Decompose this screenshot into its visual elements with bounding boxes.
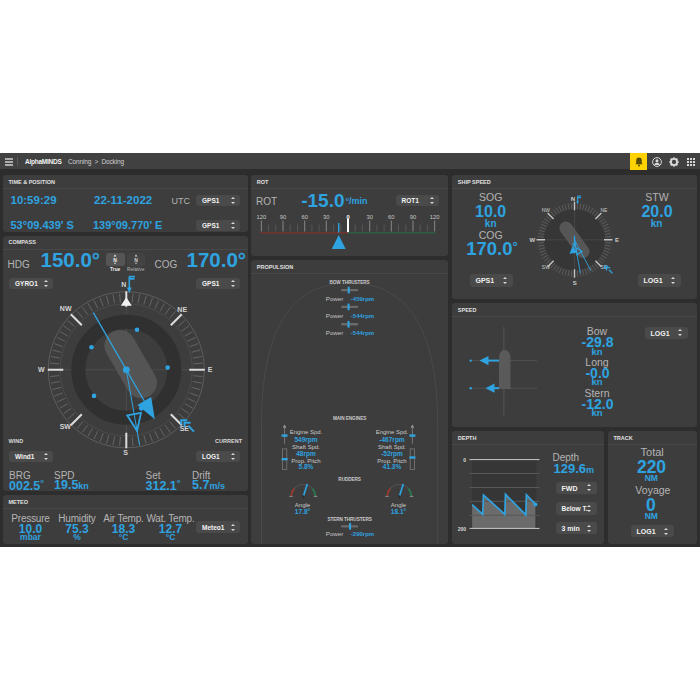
svg-text:RUDDERS: RUDDERS [339, 477, 361, 482]
svg-text:17.8°: 17.8° [295, 508, 311, 515]
svg-text:Power: Power [326, 329, 344, 336]
svg-text:0: 0 [347, 214, 350, 220]
svg-text:-544rpm: -544rpm [351, 313, 374, 319]
svg-text:-290rpm: -290rpm [351, 531, 374, 537]
svg-text:90: 90 [280, 214, 286, 220]
svg-text:30: 30 [323, 214, 329, 220]
svg-text:48rpm: 48rpm [297, 450, 317, 458]
svg-text:-52rpm: -52rpm [381, 450, 403, 458]
svg-text:41.3%: 41.3% [383, 463, 402, 470]
svg-text:Power: Power [326, 295, 344, 302]
svg-text:18.1°: 18.1° [391, 508, 407, 515]
svg-text:-467rpm: -467rpm [380, 436, 406, 444]
svg-text:-544rpm: -544rpm [351, 330, 374, 336]
svg-text:Power: Power [326, 530, 344, 537]
svg-text:5.8%: 5.8% [299, 463, 314, 470]
svg-text:MAIN ENGINES: MAIN ENGINES [333, 416, 366, 421]
svg-text:120: 120 [430, 214, 440, 220]
svg-text:0: 0 [464, 457, 467, 463]
svg-text:60: 60 [302, 214, 308, 220]
svg-text:BOW THRUSTERS: BOW THRUSTERS [330, 280, 370, 285]
svg-text:90: 90 [410, 214, 416, 220]
svg-text:Power: Power [326, 312, 344, 319]
svg-text:200: 200 [458, 526, 467, 532]
svg-text:60: 60 [388, 214, 394, 220]
svg-text:120: 120 [257, 214, 267, 220]
svg-text:STERN THRUSTERS: STERN THRUSTERS [328, 517, 372, 522]
svg-text:Engine Spd.: Engine Spd. [376, 429, 409, 435]
svg-text:Angle: Angle [391, 502, 407, 508]
svg-text:Angle: Angle [295, 502, 311, 508]
svg-text:30: 30 [367, 214, 373, 220]
svg-text:Engine Spd.: Engine Spd. [290, 429, 323, 435]
svg-text:549rpm: 549rpm [295, 436, 318, 444]
svg-text:-459rpm: -459rpm [351, 296, 374, 302]
